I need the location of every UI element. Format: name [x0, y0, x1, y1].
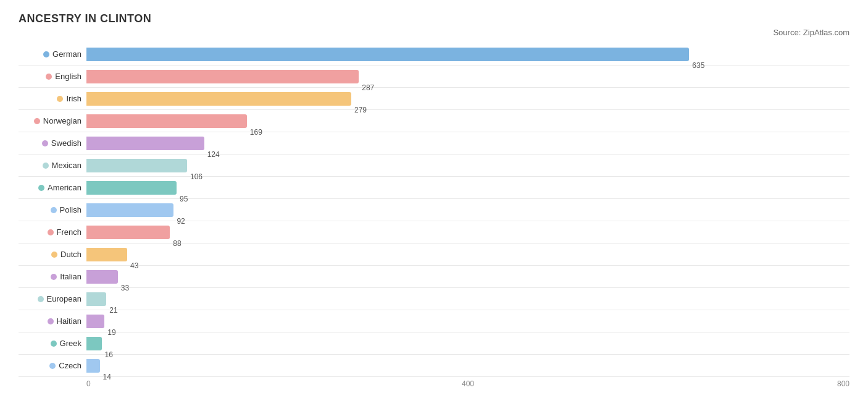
bar-row: English287: [19, 66, 849, 88]
bar-row: French88: [19, 221, 849, 243]
bar-row: Czech14: [19, 355, 849, 377]
label-dot: [57, 96, 63, 102]
bar-container: 279: [86, 92, 849, 106]
bar-label: Irish: [19, 94, 86, 103]
bar-fill: [86, 226, 170, 239]
bar-value-label: 92: [177, 217, 185, 226]
bar-container: 287: [86, 70, 849, 83]
label-dot: [49, 363, 56, 369]
bar-fill: [86, 70, 359, 83]
bar-label: English: [19, 72, 86, 81]
label-dot: [38, 185, 44, 191]
bar-container: 14: [86, 359, 849, 373]
bar-row: Italian33: [19, 266, 849, 288]
label-dot: [51, 341, 57, 347]
bar-container: 88: [86, 226, 849, 239]
bar-fill: [86, 359, 100, 373]
bar-row: Norwegian169: [19, 110, 849, 132]
bar-container: 43: [86, 248, 849, 261]
bar-label: Mexican: [19, 161, 86, 170]
bar-container: 16: [86, 337, 849, 350]
bar-label: German: [19, 49, 86, 59]
label-dot: [38, 296, 44, 302]
chart-area: German635English287Irish279Norwegian169S…: [19, 43, 849, 377]
bar-container: 19: [86, 315, 849, 328]
bar-label: Norwegian: [19, 116, 86, 125]
label-dot: [51, 207, 57, 213]
x-axis-tick: 800: [595, 379, 849, 388]
bar-fill: [86, 337, 102, 350]
bar-fill: [86, 159, 187, 172]
bar-label: Haitian: [19, 316, 86, 326]
bar-row: Dutch43: [19, 243, 849, 266]
label-dot: [48, 318, 54, 324]
bar-value-label: 279: [354, 106, 367, 114]
bar-value-label: 124: [207, 150, 220, 159]
label-dot: [48, 229, 54, 235]
bar-row: Polish92: [19, 199, 849, 221]
bar-label: Polish: [19, 205, 86, 214]
bar-value-label: 33: [121, 284, 129, 292]
bar-fill: [86, 292, 106, 306]
bar-label: Greek: [19, 339, 86, 348]
bar-value-label: 14: [103, 373, 111, 381]
bar-fill: [86, 181, 177, 195]
bar-label: European: [19, 294, 86, 303]
bar-row: Swedish124: [19, 132, 849, 155]
bar-label: American: [19, 183, 86, 192]
bar-label: Dutch: [19, 250, 86, 259]
bar-row: German635: [19, 43, 849, 66]
bar-value-label: 43: [130, 261, 138, 270]
bar-row: Haitian19: [19, 310, 849, 332]
bar-row: American95: [19, 177, 849, 199]
bar-value-label: 21: [109, 306, 117, 315]
bar-container: 635: [86, 48, 849, 61]
bar-fill: [86, 315, 104, 328]
bar-row: European21: [19, 288, 849, 310]
label-dot: [51, 274, 57, 280]
bar-container: 21: [86, 292, 849, 306]
label-dot: [43, 163, 49, 169]
bar-row: Irish279: [19, 88, 849, 110]
x-axis-tick: 0: [86, 379, 341, 388]
bar-label: Czech: [19, 361, 86, 370]
bar-value-label: 19: [107, 328, 115, 337]
bar-label: French: [19, 227, 86, 237]
bar-fill: [86, 203, 173, 217]
bar-fill: [86, 92, 351, 106]
bar-row: Greek16: [19, 332, 849, 355]
bar-fill: [86, 114, 247, 128]
bar-value-label: 169: [250, 128, 262, 137]
label-dot: [46, 74, 52, 80]
bar-container: 106: [86, 159, 849, 172]
source-label: Source: ZipAtlas.com: [19, 28, 849, 37]
bar-fill: [86, 248, 127, 261]
label-dot: [34, 118, 40, 124]
bar-fill: [86, 137, 204, 150]
bar-value-label: 95: [180, 195, 188, 203]
bar-container: 92: [86, 203, 849, 217]
bar-label: Swedish: [19, 138, 86, 148]
bar-value-label: 16: [105, 350, 113, 359]
bar-container: 95: [86, 181, 849, 195]
bar-value-label: 635: [692, 61, 704, 70]
chart-title: ANCESTRY IN CLINTON: [19, 12, 849, 25]
bar-value-label: 88: [173, 239, 181, 248]
x-axis-tick: 400: [341, 379, 595, 388]
bar-row: Mexican106: [19, 155, 849, 177]
bar-label: Italian: [19, 272, 86, 281]
label-dot: [43, 51, 49, 57]
bar-container: 124: [86, 137, 849, 150]
bar-value-label: 287: [362, 83, 374, 92]
bar-value-label: 106: [190, 172, 202, 181]
bar-fill: [86, 270, 118, 284]
bar-container: 169: [86, 114, 849, 128]
bar-container: 33: [86, 270, 849, 284]
label-dot: [42, 140, 48, 146]
bar-fill: [86, 48, 689, 61]
label-dot: [51, 252, 57, 258]
x-axis: 0400800: [19, 379, 849, 388]
